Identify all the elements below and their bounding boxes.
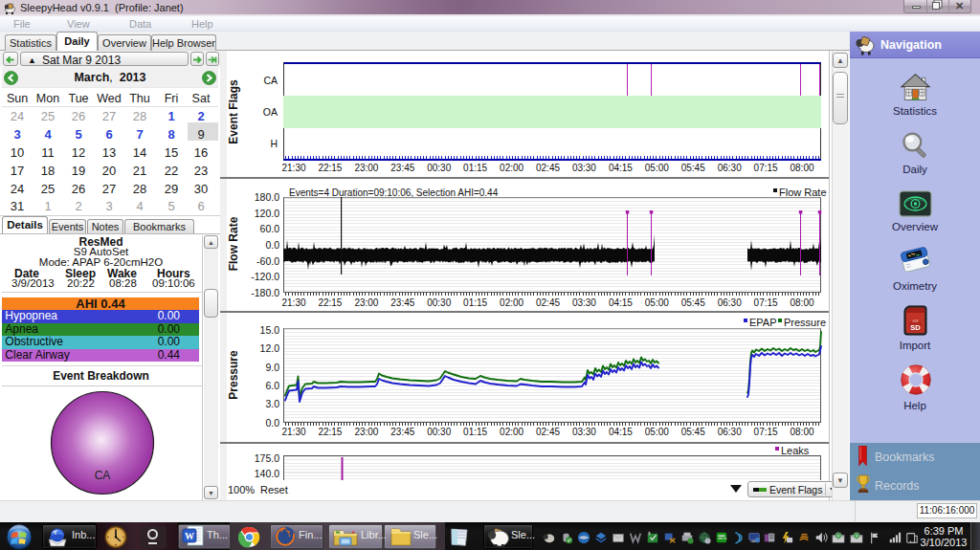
- svg-text:W: W: [185, 531, 194, 541]
- svg-text:SD: SD: [910, 323, 921, 332]
- svg-text:4GB: 4GB: [912, 319, 918, 323]
